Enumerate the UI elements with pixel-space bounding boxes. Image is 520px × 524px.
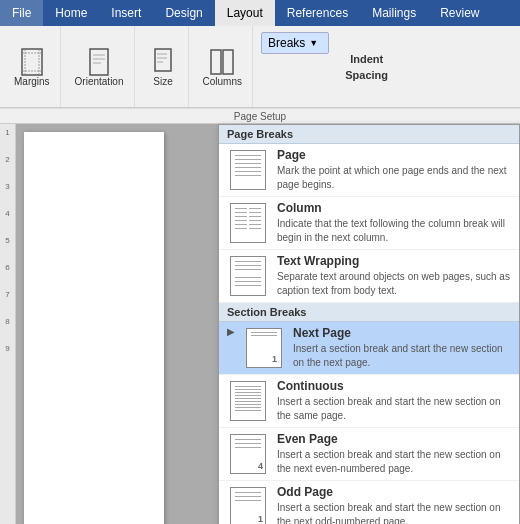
oddpage-break-icon: 1	[227, 485, 269, 524]
svg-rect-13	[211, 50, 221, 74]
break-continuous-item[interactable]: Continuous Insert a section break and st…	[219, 375, 519, 428]
side-ruler: 1 2 3 4 5 6 7 8 9	[0, 124, 16, 524]
column-break-desc: Indicate that the text following the col…	[277, 217, 511, 245]
textwrap-break-desc: Separate text around objects on web page…	[277, 270, 511, 298]
page-break-title: Page	[277, 148, 511, 162]
break-evenpage-item[interactable]: 4 Even Page Insert a section break and s…	[219, 428, 519, 481]
break-page-item[interactable]: Page Mark the point at which one page en…	[219, 144, 519, 197]
margins-label: Margins	[14, 76, 50, 88]
tab-references[interactable]: References	[275, 0, 360, 26]
break-column-item[interactable]: Column Indicate that the text following …	[219, 197, 519, 250]
document-area: 1 2 3 4 5 6 7 8 9 Page Breaks Page Mark …	[0, 124, 520, 524]
document-page	[24, 132, 164, 524]
columns-icon	[208, 48, 236, 76]
break-nextpage-item[interactable]: ▶ 1 Next Page Insert a section break and…	[219, 322, 519, 375]
page-break-icon	[227, 148, 269, 192]
page-break-text: Page Mark the point at which one page en…	[277, 148, 511, 192]
textwrap-break-title: Text Wrapping	[277, 254, 511, 268]
nextpage-break-text: Next Page Insert a section break and sta…	[293, 326, 511, 370]
ribbon-group-columns: Columns	[193, 26, 253, 107]
orientation-button[interactable]: Orientation	[71, 46, 128, 90]
tab-mailings[interactable]: Mailings	[360, 0, 428, 26]
margins-icon	[18, 48, 46, 76]
ribbon-group-size: Size	[139, 26, 189, 107]
textwrap-break-text: Text Wrapping Separate text around objec…	[277, 254, 511, 298]
tab-review[interactable]: Review	[428, 0, 491, 26]
svg-rect-14	[223, 50, 233, 74]
ribbon-tabs: File Home Insert Design Layout Reference…	[0, 0, 520, 26]
nextpage-break-title: Next Page	[293, 326, 511, 340]
tab-insert[interactable]: Insert	[99, 0, 153, 26]
oddpage-break-text: Odd Page Insert a section break and star…	[277, 485, 511, 524]
oddpage-break-desc: Insert a section break and start the new…	[277, 501, 511, 524]
column-break-title: Column	[277, 201, 511, 215]
orientation-label: Orientation	[75, 76, 124, 88]
tab-file[interactable]: File	[0, 0, 43, 26]
breaks-chevron-icon: ▼	[309, 38, 318, 48]
svg-rect-9	[155, 49, 171, 71]
page-breaks-header: Page Breaks	[219, 125, 519, 144]
ribbon-group-margins: Margins	[4, 26, 61, 107]
spacing-label: Spacing	[345, 69, 388, 81]
column-break-icon	[227, 201, 269, 245]
nextpage-selected-indicator: ▶	[227, 326, 241, 337]
nextpage-break-icon: 1	[243, 326, 285, 370]
breaks-button[interactable]: Breaks ▼	[261, 32, 329, 54]
breaks-dropdown: Page Breaks Page Mark the point at which…	[218, 124, 520, 524]
nextpage-break-desc: Insert a section break and start the new…	[293, 342, 511, 370]
evenpage-break-title: Even Page	[277, 432, 511, 446]
oddpage-break-title: Odd Page	[277, 485, 511, 499]
orientation-icon	[85, 48, 113, 76]
columns-button[interactable]: Columns	[199, 46, 246, 90]
evenpage-break-desc: Insert a section break and start the new…	[277, 448, 511, 476]
textwrap-break-icon	[227, 254, 269, 298]
columns-label: Columns	[203, 76, 242, 88]
breaks-label: Breaks	[268, 36, 305, 50]
svg-rect-5	[90, 49, 108, 75]
evenpage-break-icon: 4	[227, 432, 269, 476]
tab-home[interactable]: Home	[43, 0, 99, 26]
evenpage-break-text: Even Page Insert a section break and sta…	[277, 432, 511, 476]
size-button[interactable]: Size	[145, 46, 181, 90]
break-textwrap-item[interactable]: Text Wrapping Separate text around objec…	[219, 250, 519, 303]
break-oddpage-item[interactable]: 1 Odd Page Insert a section break and st…	[219, 481, 519, 524]
section-breaks-header: Section Breaks	[219, 303, 519, 322]
indent-label: Indent	[345, 53, 388, 65]
margins-button[interactable]: Margins	[10, 46, 54, 90]
page-break-desc: Mark the point at which one page ends an…	[277, 164, 511, 192]
continuous-break-icon	[227, 379, 269, 423]
ribbon-toolbar: Margins Orientation	[0, 26, 520, 108]
continuous-break-title: Continuous	[277, 379, 511, 393]
size-label: Size	[153, 76, 172, 88]
continuous-break-text: Continuous Insert a section break and st…	[277, 379, 511, 423]
continuous-break-desc: Insert a section break and start the new…	[277, 395, 511, 423]
tab-design[interactable]: Design	[153, 0, 214, 26]
ribbon-group-orientation: Orientation	[65, 26, 135, 107]
indent-spacing-group: Indent Spacing	[337, 49, 396, 85]
column-break-text: Column Indicate that the text following …	[277, 201, 511, 245]
page-setup-label: Page Setup	[0, 108, 520, 124]
size-icon	[149, 48, 177, 76]
tab-layout[interactable]: Layout	[215, 0, 275, 26]
